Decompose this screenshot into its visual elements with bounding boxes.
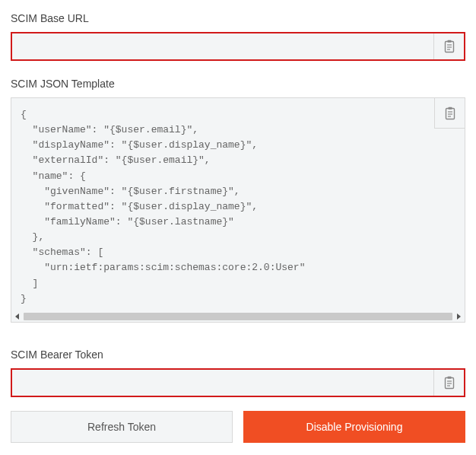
copy-scim-base-url-button[interactable]: [433, 33, 464, 59]
scim-base-url-label: SCIM Base URL: [11, 12, 465, 24]
svg-marker-10: [15, 313, 19, 320]
scim-bearer-token-field: [11, 368, 465, 397]
horizontal-scrollbar[interactable]: [11, 311, 465, 322]
clipboard-icon: [443, 376, 455, 390]
disable-provisioning-button[interactable]: Disable Provisioning: [243, 411, 465, 443]
scim-bearer-token-label: SCIM Bearer Token: [11, 348, 465, 361]
scim-base-url-value: [12, 33, 433, 59]
svg-marker-11: [457, 313, 461, 320]
scim-bearer-token-value: [12, 370, 433, 396]
clipboard-icon: [443, 40, 455, 53]
scim-json-template-content: { "userName": "{$user.email}", "displayN…: [21, 107, 455, 307]
scim-base-url-field: [11, 32, 465, 61]
scrollbar-track[interactable]: [24, 313, 452, 320]
copy-scim-bearer-token-button[interactable]: [433, 370, 464, 396]
scroll-right-arrow-icon[interactable]: [454, 312, 463, 321]
clipboard-icon: [444, 107, 456, 120]
svg-rect-13: [447, 377, 451, 379]
scim-json-template-box: { "userName": "{$user.email}", "displayN…: [11, 97, 465, 323]
scim-provisioning-panel: SCIM Base URL SCIM JSON Template { "user…: [0, 0, 476, 455]
scroll-left-arrow-icon[interactable]: [13, 312, 22, 321]
action-button-row: Refresh Token Disable Provisioning: [11, 411, 465, 443]
svg-rect-6: [448, 107, 452, 109]
refresh-token-button[interactable]: Refresh Token: [11, 411, 233, 443]
svg-rect-1: [447, 40, 451, 43]
copy-scim-json-template-button[interactable]: [434, 98, 465, 129]
scim-json-template-label: SCIM JSON Template: [11, 78, 465, 90]
